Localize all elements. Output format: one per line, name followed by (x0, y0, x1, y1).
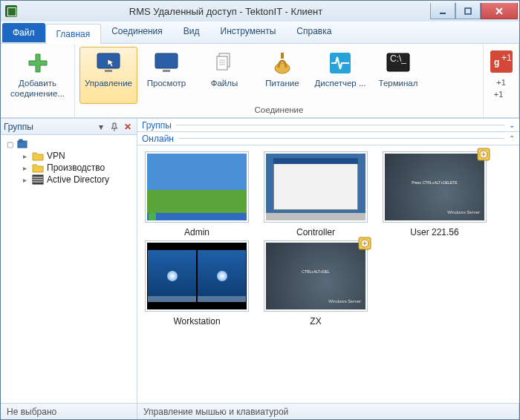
tab-main[interactable]: Главная (45, 24, 102, 44)
svg-rect-1 (465, 8, 471, 14)
screenshot (145, 240, 249, 312)
ribbon-label: Питание (265, 79, 299, 89)
screenshot: Windows Server Press CTRL+ALT+DELETE (383, 151, 487, 223)
svg-rect-5 (105, 70, 112, 72)
ribbon-label: Файлы (211, 79, 238, 89)
ribbon-label: Просмотр (147, 79, 186, 89)
expand-icon[interactable]: ▸ (20, 152, 29, 160)
plusone-count-1: +1 (487, 78, 516, 87)
section-label: Онлайн (142, 134, 174, 144)
window-title: RMS Удаленный доступ - TektonIT - Клиент (22, 6, 430, 17)
monitor-icon (154, 50, 179, 76)
section-label: Группы (142, 120, 172, 131)
ribbon-item-files[interactable]: Файлы (195, 47, 253, 104)
screenshot: Windows Server CTRL+ALT+DEL (264, 240, 368, 312)
section-groups[interactable]: Группы ⌄ (137, 119, 519, 132)
ribbon-item-terminal[interactable]: C:\_ Терминал (369, 47, 427, 104)
tree-label: VPN (47, 151, 65, 161)
expand-icon[interactable]: ▸ (20, 176, 29, 184)
ribbon-item-power[interactable]: Питание (253, 47, 311, 104)
chevron-up-icon: ⌃ (509, 134, 515, 142)
section-online[interactable]: Онлайн ⌃ (137, 132, 519, 145)
ribbon: Добавить соединение... Управление Просмо… (1, 44, 519, 118)
svg-point-13 (275, 63, 290, 73)
panel-close-icon[interactable]: ✕ (122, 121, 134, 133)
add-connection-button[interactable]: Добавить соединение... (5, 47, 70, 104)
add-connection-label: Добавить соединение... (7, 79, 68, 99)
files-icon (212, 50, 237, 76)
tree-label: Производство (47, 163, 105, 173)
tab-connections[interactable]: Соединения (101, 22, 173, 43)
folder-icon (32, 151, 44, 161)
statusbar: Не выбрано Управление мышью и клавиатуро… (1, 403, 519, 419)
window-controls (430, 3, 518, 19)
ribbon-group-connection: Управление Просмотр Файлы (75, 44, 484, 117)
collapse-icon[interactable]: ▢ (5, 140, 14, 148)
connection-thumb-controller[interactable]: Controller (259, 151, 372, 237)
thumb-label: User 221.56 (410, 227, 458, 237)
plusone-count-2: +1 (484, 88, 513, 102)
terminal-icon: C:\_ (386, 50, 411, 76)
groups-panel-header: Группы ▾ ✕ (1, 119, 137, 135)
tree-item-production[interactable]: ▸ Производство (2, 162, 135, 174)
thumb-label: Controller (296, 227, 335, 237)
chevron-down-icon[interactable]: ▾ (95, 121, 107, 133)
ribbon-group-add: Добавить соединение... (1, 44, 75, 117)
menu-file[interactable]: Файл (2, 23, 45, 42)
close-button[interactable] (481, 3, 518, 19)
google-plus-button[interactable]: g+1 (487, 47, 516, 76)
status-left: Не выбрано (1, 404, 137, 419)
connection-thumb-zx[interactable]: Windows Server CTRL+ALT+DEL ZX (259, 240, 372, 327)
ribbon-item-view[interactable]: Просмотр (137, 47, 195, 104)
svg-text:+1: +1 (501, 53, 512, 63)
titlebar: RMS Удаленный доступ - TektonIT - Клиент (1, 1, 519, 22)
svg-text:g: g (494, 57, 499, 68)
ribbon-label: Терминал (379, 79, 418, 89)
maximize-button[interactable] (455, 3, 481, 19)
plus-icon (25, 50, 51, 76)
pulse-icon (328, 50, 353, 76)
tab-view[interactable]: Вид (173, 22, 210, 43)
tree-label: Active Directory (47, 174, 109, 185)
tab-help[interactable]: Справка (286, 22, 342, 43)
expand-icon[interactable]: ▸ (20, 164, 29, 172)
ribbon-item-control[interactable]: Управление (79, 47, 137, 104)
active-directory-icon (32, 174, 44, 185)
svg-rect-6 (155, 53, 178, 68)
status-right: Управление мышью и клавиатурой (137, 404, 519, 419)
tree-root[interactable]: ▢ (2, 138, 135, 150)
svg-rect-14 (281, 53, 284, 59)
tab-tools[interactable]: Инструменты (210, 22, 287, 43)
thumb-label: ZX (310, 316, 321, 327)
tree-item-ad[interactable]: ▸ Active Directory (2, 174, 135, 186)
minimize-button[interactable] (430, 3, 455, 19)
root-icon (17, 139, 29, 149)
thumb-label: Admin (184, 227, 209, 237)
main-area: Группы ⌄ Онлайн ⌃ Admin (137, 119, 519, 403)
monitor-cursor-icon (96, 50, 121, 76)
ribbon-item-taskmgr[interactable]: Диспетчер ... (311, 47, 369, 104)
tree-item-vpn[interactable]: ▸ VPN (2, 150, 135, 162)
screenshot (145, 151, 249, 223)
screenshot (264, 151, 368, 223)
groups-title: Группы (4, 122, 33, 132)
menubar: Файл Главная Соединения Вид Инструменты … (1, 22, 519, 44)
svg-rect-9 (217, 56, 227, 70)
app-icon (5, 5, 17, 17)
thumb-label: Workstation (173, 316, 220, 327)
warning-badge-icon (358, 237, 371, 250)
body: Группы ▾ ✕ ▢ ▸ VPN ▸ Про (1, 118, 519, 403)
svg-rect-22 (19, 140, 22, 142)
svg-text:C:\_: C:\_ (390, 53, 406, 64)
connection-thumb-admin[interactable]: Admin (140, 151, 253, 237)
chevron-down-icon: ⌄ (509, 121, 515, 129)
power-icon (270, 50, 295, 76)
connection-thumb-user[interactable]: Windows Server Press CTRL+ALT+DELETE Use… (378, 151, 491, 237)
warning-badge-icon (477, 148, 490, 161)
pin-icon[interactable] (108, 121, 120, 133)
ribbon-group-label: Соединение (75, 104, 483, 117)
ribbon-label: Диспетчер ... (314, 79, 365, 89)
app-window: RMS Удаленный доступ - TektonIT - Клиент… (0, 0, 520, 420)
thumbnails: Admin Controller Wind (137, 145, 519, 403)
connection-thumb-workstation[interactable]: Workstation (140, 240, 253, 327)
